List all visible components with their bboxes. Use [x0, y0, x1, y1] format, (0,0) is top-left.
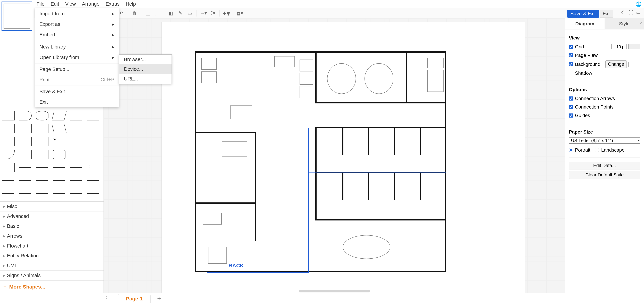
shape[interactable]	[87, 124, 99, 133]
menu-view[interactable]: View	[62, 0, 79, 8]
grid-color-swatch[interactable]	[628, 44, 640, 49]
menu-file[interactable]: File	[35, 0, 48, 8]
category-advanced[interactable]: Advanced	[0, 211, 104, 221]
format-panel-icon[interactable]: ▭	[636, 10, 640, 15]
shape[interactable]	[87, 111, 99, 120]
shape[interactable]	[70, 124, 82, 133]
shape[interactable]	[87, 137, 99, 146]
shape[interactable]	[87, 150, 99, 159]
shape[interactable]: ✶	[53, 137, 66, 146]
to-front-icon[interactable]: ⬚	[145, 10, 151, 16]
category-signs-animals[interactable]: Signs / Animals	[0, 270, 104, 280]
language-icon[interactable]: 🌐	[636, 1, 642, 7]
tab-diagram[interactable]: Diagram	[565, 18, 604, 29]
file-menu-import[interactable]: Import from▸	[35, 8, 119, 19]
open-library-device[interactable]: Device...	[119, 64, 172, 74]
category-arrows[interactable]: Arrows	[0, 231, 104, 241]
file-menu-print[interactable]: Print...Ctrl+P	[35, 75, 119, 85]
open-library-browser[interactable]: Browser...	[119, 55, 172, 64]
category-uml[interactable]: UML	[0, 261, 104, 270]
shape[interactable]	[19, 124, 32, 133]
file-menu-new-library[interactable]: New Library▸	[35, 42, 119, 52]
theme-icon[interactable]: ☾	[621, 10, 625, 15]
add-page-button[interactable]: +	[155, 295, 164, 302]
shape[interactable]	[19, 188, 32, 198]
shape[interactable]	[19, 176, 32, 185]
to-back-icon[interactable]: ⬚	[154, 10, 160, 16]
grid-checkbox[interactable]	[569, 45, 573, 49]
waypoint-icon[interactable]: ⤴▾	[210, 10, 216, 16]
shadow-checkbox[interactable]	[569, 71, 573, 75]
save-exit-button[interactable]: Save & Exit	[567, 10, 599, 18]
tab-style[interactable]: Style	[604, 18, 644, 29]
add-icon[interactable]: +▾	[224, 10, 229, 16]
shape[interactable]	[2, 137, 14, 146]
pageview-checkbox[interactable]	[569, 53, 573, 57]
shape[interactable]	[19, 137, 32, 146]
shape[interactable]	[87, 188, 99, 198]
shape[interactable]	[70, 111, 82, 120]
conn-points-checkbox[interactable]	[569, 105, 573, 109]
shape[interactable]	[53, 150, 66, 159]
shape[interactable]	[87, 176, 99, 185]
menu-help[interactable]: Help	[122, 0, 139, 8]
file-menu-exit[interactable]: Exit	[35, 97, 119, 107]
category-misc[interactable]: Misc	[0, 201, 104, 211]
shape[interactable]	[36, 176, 48, 185]
file-menu-open-library[interactable]: Open Library from▸	[35, 52, 119, 63]
clear-style-button[interactable]: Clear Default Style	[569, 171, 640, 179]
shape[interactable]	[70, 163, 82, 172]
more-shapes-button[interactable]: + More Shapes...	[0, 280, 104, 293]
exit-button[interactable]: Exit	[600, 10, 614, 18]
fullscreen-icon[interactable]: ⛶	[628, 10, 633, 15]
open-library-url[interactable]: URL...	[119, 74, 172, 84]
shape[interactable]	[2, 176, 14, 185]
category-flowchart[interactable]: Flowchart	[0, 241, 104, 251]
shape[interactable]	[36, 163, 48, 172]
shape[interactable]	[19, 163, 32, 172]
file-menu-save-exit[interactable]: Save & Exit	[35, 86, 119, 97]
category-entity-relation[interactable]: Entity Relation	[0, 251, 104, 261]
table-icon[interactable]: ▦▾	[237, 10, 242, 16]
shape[interactable]	[52, 111, 67, 120]
shape[interactable]	[70, 176, 82, 185]
undo-icon[interactable]: ↶	[118, 10, 124, 16]
shape[interactable]	[2, 188, 14, 198]
conn-arrows-checkbox[interactable]	[569, 97, 573, 101]
background-checkbox[interactable]	[569, 62, 573, 66]
shape[interactable]	[52, 124, 67, 133]
shape[interactable]	[19, 150, 32, 159]
shape[interactable]	[36, 150, 48, 159]
file-menu-embed[interactable]: Embed▸	[35, 30, 119, 40]
shape[interactable]	[70, 137, 82, 146]
menu-extras[interactable]: Extras	[102, 0, 122, 8]
fill-icon[interactable]: ◧	[168, 10, 174, 16]
change-bg-button[interactable]: Change	[606, 60, 627, 68]
shadow-icon[interactable]: ▭	[187, 10, 193, 16]
shape[interactable]	[2, 124, 14, 133]
shape[interactable]	[53, 188, 66, 198]
grid-size-input[interactable]: 10 pt	[611, 44, 627, 49]
line-color-icon[interactable]: ✎	[178, 10, 183, 16]
shape[interactable]	[2, 111, 14, 120]
shape[interactable]	[2, 150, 14, 159]
shape[interactable]	[36, 111, 48, 120]
file-menu-page-setup[interactable]: Page Setup...	[35, 64, 119, 75]
shape[interactable]	[70, 188, 82, 198]
horizontal-scrollbar[interactable]	[299, 290, 370, 292]
shape[interactable]	[53, 163, 66, 172]
shape[interactable]	[2, 163, 14, 172]
shape[interactable]	[53, 176, 66, 185]
shape[interactable]	[36, 137, 48, 146]
menu-arrange[interactable]: Arrange	[79, 0, 102, 8]
shape[interactable]	[19, 111, 32, 120]
page-menu-icon[interactable]: ⋮	[104, 295, 110, 302]
close-panel-icon[interactable]: ×	[640, 20, 643, 26]
shape[interactable]: ⋮	[87, 163, 99, 172]
page-tab[interactable]: Page-1	[118, 294, 151, 303]
menu-edit[interactable]: Edit	[48, 0, 62, 8]
shape[interactable]	[36, 188, 48, 198]
category-basic[interactable]: Basic	[0, 221, 104, 231]
bg-color-swatch[interactable]	[628, 62, 640, 67]
delete-icon[interactable]: 🗑	[132, 10, 137, 16]
